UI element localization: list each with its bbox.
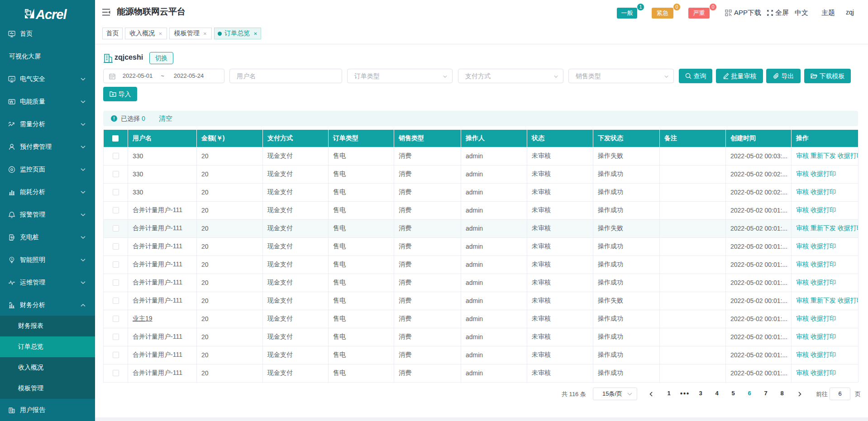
svg-text:Acrel: Acrel [35, 7, 67, 22]
